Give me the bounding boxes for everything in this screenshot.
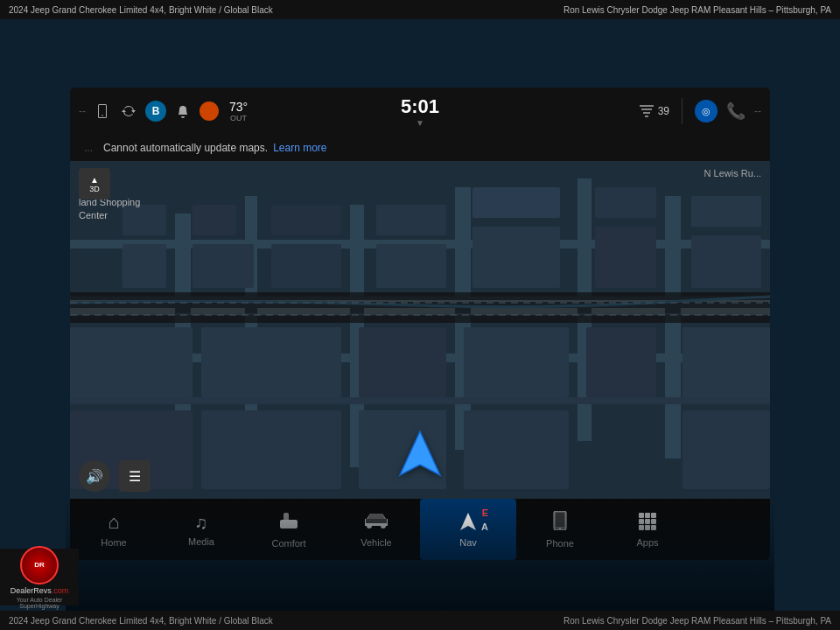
page-bottom-bar: 2024 Jeep Grand Cherokee Limited 4x4, Br…	[0, 611, 840, 630]
svg-marker-39	[400, 431, 440, 475]
dealer-circle: DR	[20, 546, 59, 584]
radio-number: 39	[658, 105, 669, 117]
clock-time: 5:01	[401, 95, 439, 118]
status-divider	[682, 98, 682, 124]
svg-rect-26	[691, 235, 761, 288]
page-top-bar: 2024 Jeep Grand Cherokee Limited 4x4, Br…	[0, 0, 840, 19]
svg-rect-31	[359, 327, 446, 397]
svg-rect-38	[70, 292, 770, 323]
btn-3d-arrow: ▲	[90, 175, 99, 185]
car-interior-bottom	[66, 497, 774, 611]
bottom-bar-right: Ron Lewis Chrysler Dodge Jeep RAM Pleasa…	[564, 616, 831, 626]
svg-rect-18	[271, 244, 341, 288]
map-label-shopping: land Shopping Center	[79, 196, 140, 223]
top-bar-right: Ron Lewis Chrysler Dodge Jeep RAM Pleasa…	[564, 5, 831, 15]
svg-point-0	[102, 115, 103, 116]
svg-rect-9	[665, 196, 681, 458]
screen-wrapper: -- B	[0, 19, 840, 611]
svg-rect-24	[595, 227, 656, 288]
btn-menu[interactable]: ☰	[119, 460, 150, 492]
temperature-display: 73° OUT	[229, 100, 248, 122]
bluetooth-status-icon[interactable]: B	[145, 101, 166, 122]
svg-rect-22	[472, 227, 560, 288]
svg-rect-35	[586, 327, 656, 397]
time-display: 5:01 ▼	[401, 95, 439, 128]
dealer-logo-inner: DR DealerRevs.com Your Auto Dealer Super…	[4, 546, 75, 609]
svg-rect-37	[682, 410, 770, 489]
top-bar-left: 2024 Jeep Grand Cherokee Limited 4x4, Br…	[9, 5, 273, 15]
svg-rect-16	[192, 244, 254, 288]
notification-status-icon[interactable]	[173, 102, 192, 121]
status-right-icons: 39 ◎ 📞 --	[639, 98, 761, 124]
infotainment-screen: -- B	[70, 88, 770, 560]
btn-3d[interactable]: ▲ 3D	[79, 168, 110, 200]
dealer-logo: DR DealerRevs.com Your Auto Dealer Super…	[0, 549, 79, 606]
warning-status-icon[interactable]	[200, 102, 219, 121]
phone-status-icon[interactable]	[93, 102, 112, 121]
active-circle-icon[interactable]: ◎	[695, 100, 718, 122]
status-dots-right: --	[754, 105, 761, 117]
svg-rect-25	[691, 196, 761, 227]
status-bar: -- B	[70, 88, 770, 135]
svg-rect-23	[595, 187, 656, 218]
svg-rect-17	[271, 205, 341, 235]
svg-rect-21	[472, 187, 560, 218]
menu-icon: ☰	[129, 468, 141, 485]
svg-rect-29	[201, 327, 341, 397]
nav-direction-arrow	[398, 430, 442, 481]
dealer-name: DealerRevs.com	[10, 586, 69, 595]
refresh-status-icon[interactable]	[119, 102, 138, 121]
btn-mute[interactable]: 🔊	[79, 460, 110, 492]
alert-dots: ...	[84, 142, 93, 154]
alert-message: Cannot automatically update maps.	[103, 142, 268, 154]
svg-rect-15	[192, 205, 236, 235]
svg-rect-30	[201, 410, 341, 489]
phone-right-icon[interactable]: 📞	[726, 102, 746, 121]
shopping-label-line2: Center	[79, 209, 140, 222]
svg-rect-34	[464, 410, 569, 489]
svg-rect-19	[376, 205, 446, 235]
learn-more-link[interactable]: Learn more	[273, 142, 326, 154]
svg-rect-12	[70, 397, 770, 404]
bottom-bar-left: 2024 Jeep Grand Cherokee Limited 4x4, Br…	[9, 616, 273, 626]
map-alert-bar: ... Cannot automatically update maps. Le…	[70, 135, 770, 161]
svg-rect-14	[122, 244, 166, 288]
status-dots-left: --	[79, 105, 86, 117]
svg-rect-36	[682, 327, 770, 397]
btn-3d-label: 3D	[89, 185, 100, 193]
svg-rect-27	[70, 327, 192, 397]
clock-chevron: ▼	[416, 118, 424, 128]
map-container: N Lewis Ru... land Shopping Center ▲ 3D …	[70, 161, 770, 499]
svg-rect-20	[376, 244, 446, 288]
map-label-top-right: N Lewis Ru...	[704, 168, 761, 178]
svg-rect-33	[464, 327, 569, 397]
page-wrapper: 2024 Jeep Grand Cherokee Limited 4x4, Br…	[0, 0, 840, 630]
radio-status-display: 39	[639, 105, 669, 117]
dealer-tagline: Your Auto Dealer SuperHighway	[4, 597, 75, 609]
speaker-icon: 🔊	[86, 468, 103, 485]
